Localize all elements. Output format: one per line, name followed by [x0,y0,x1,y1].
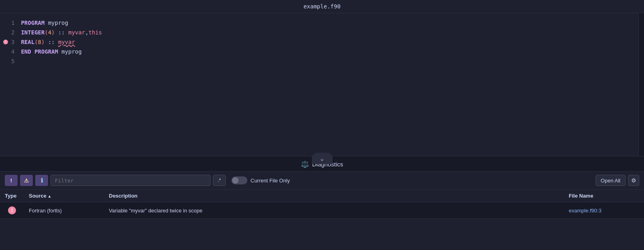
line-number-1: 1 [3,18,14,28]
code-line-3: REAL ( 8 ) :: myvar [21,37,638,47]
warning-filter-button[interactable]: ⚠ [20,175,33,186]
code-line-4: END PROGRAM myprog [21,47,638,56]
col-filename: File Name [564,190,644,202]
type-cell: ! [0,202,24,219]
keyword-end: END [21,47,31,56]
editor-area: example.f90 1 2 3 4 5 [0,0,644,156]
code-line-2: INTEGER ( 4 ) :: myvar , this [21,28,638,37]
regex-button[interactable]: .* [213,175,226,186]
table-row[interactable]: ! Fortran (fortls) Variable "myvar" decl… [0,202,644,219]
keyword-real: REAL [21,37,34,47]
error-filter-button[interactable]: ! [5,175,18,186]
line-number-2: 2 [3,28,14,37]
info-icon: ℹ [41,177,43,184]
regex-icon: .* [218,178,221,183]
filename-link[interactable]: example.f90:3 [569,208,602,214]
settings-icon: ⚙ [631,177,636,184]
info-filter-button[interactable]: ℹ [35,175,48,186]
diagnostics-toolbar: ! ⚠ ℹ .* Current File Only Open All ⚙ [0,172,644,190]
code-lines: PROGRAM myprog INTEGER ( 4 ) :: myvar , … [21,13,638,156]
chevron-down-icon: ⌄ [320,155,323,162]
keyword-integer: INTEGER [21,28,44,37]
col-source[interactable]: Source [24,190,104,202]
filename-cell: example.f90:3 [564,202,644,219]
col-type: Type [0,190,24,202]
var-myvar-decl1: myvar [68,28,85,37]
editor-tab-bar: example.f90 [0,0,644,13]
col-description: Description [104,190,564,202]
keyword-program: PROGRAM [21,18,44,28]
line-number-3: 3 [3,37,14,47]
code-line-5 [21,56,638,66]
line-number-4: 4 [3,47,14,56]
error-type-icon: ! [8,206,16,214]
source-cell: Fortran (fortls) [24,202,104,219]
error-dot-line3 [3,40,8,44]
table-header-row: Type Source Description File Name [0,190,644,202]
code-line-1: PROGRAM myprog [21,18,638,28]
toggle-knob [232,177,239,184]
var-this: this [88,28,102,37]
diagnostics-table: Type Source Description File Name ! Fort… [0,190,644,219]
editor-scrollbar[interactable] [638,13,644,156]
open-all-button[interactable]: Open All [596,175,626,186]
filter-input[interactable] [50,175,211,186]
editor-tab[interactable]: example.f90 [303,3,341,10]
var-myvar-decl2: myvar [58,37,75,47]
editor-content: 1 2 3 4 5 PROGRAM myprog [0,13,644,156]
line-number-5: 5 [3,56,14,66]
error-icon: ! [10,178,12,184]
line-numbers: 1 2 3 4 5 [0,13,21,156]
current-file-toggle[interactable] [231,176,247,184]
description-cell: Variable "myvar" declared twice in scope [104,202,564,219]
diagnostics-panel: ⚖️ Diagnostics ! ⚠ ℹ .* Current File Onl… [0,156,644,219]
diagnostics-icon: ⚖️ [301,160,309,168]
current-file-toggle-container: Current File Only [231,176,290,184]
collapse-handle[interactable]: ⌄ [312,153,333,164]
settings-button[interactable]: ⚙ [628,175,639,186]
current-file-label: Current File Only [251,178,290,184]
warning-icon: ⚠ [24,178,29,184]
